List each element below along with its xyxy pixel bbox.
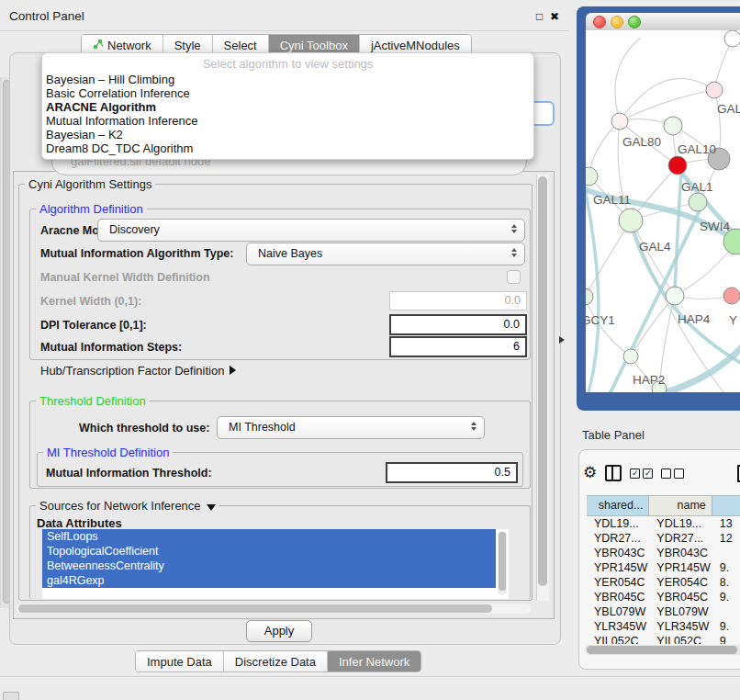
attributes-list-scrollbar[interactable] (498, 531, 507, 595)
network-node-gcy1[interactable] (586, 288, 593, 305)
column-header-name[interactable]: name (649, 496, 712, 515)
bottom-tab-infer-network[interactable]: Infer Network (328, 651, 420, 672)
table-cell: 9 (712, 634, 740, 644)
attribute-item-betweennesscentrality[interactable]: BetweennessCentrality (42, 559, 496, 573)
mi-threshold-field[interactable]: 0.5 (386, 462, 518, 483)
titlebar-divider (0, 30, 569, 31)
table-row[interactable]: YER054CYER054C8. (587, 575, 740, 590)
network-node-hap2[interactable] (623, 349, 638, 364)
table-cell: YLR345W (587, 619, 649, 634)
dpi-tolerance-field[interactable]: 0.0 (389, 314, 527, 335)
network-window-titlebar[interactable] (586, 13, 740, 31)
bottom-tab-impute-data-label: Impute Data (147, 655, 212, 669)
algorithm-item-dream8-dc-tdc-algorithm[interactable]: Dream8 DC_TDC Algorithm (46, 141, 523, 155)
close-traffic-light-icon[interactable] (593, 16, 606, 28)
sources-title: Sources for Network Inference (39, 499, 201, 513)
network-canvas[interactable]: GALGAL80GAL10GAL1GAL11SWI4GAL4GCY1HAP4YH… (586, 30, 740, 392)
network-node-gal4[interactable] (619, 209, 643, 232)
aracne-mode-value: Discovery (109, 223, 160, 236)
network-edge[interactable] (615, 38, 641, 121)
minimize-traffic-light-icon[interactable] (611, 16, 623, 28)
column-header-2[interactable] (712, 496, 740, 515)
network-edge-highlighted[interactable] (675, 170, 681, 294)
table-row[interactable]: YLR345WYLR345W9. (587, 619, 740, 634)
table-row[interactable]: YBR043CYBR043C (587, 546, 740, 560)
table-panel-title: Table Panel (582, 428, 645, 442)
network-node-gal1[interactable] (668, 156, 687, 175)
hub-expander[interactable]: Hub/Transcription Factor Definition (40, 364, 236, 378)
attribute-item-gal4rgexp[interactable]: gal4RGexp (42, 573, 496, 588)
table-panel: ⚙ ✓✓ shared...name YDL19...YDL19...13YDR… (578, 449, 740, 670)
screen: Control Panel □ ✖ NetworkStyleSelectCyni… (0, 0, 740, 700)
network-node-gal11[interactable] (586, 167, 598, 186)
mouse-cursor (559, 336, 565, 344)
attribute-item-selfloops[interactable]: SelfLoops (42, 529, 496, 544)
mi-steps-label: Mutual Information Steps: (40, 341, 182, 354)
column-chooser-icon[interactable] (605, 465, 622, 481)
mi-algorithm-type-combobox[interactable]: Naive Bayes (246, 243, 525, 265)
data-attributes-label: Data Attributes (37, 516, 122, 530)
sources-expander[interactable]: Sources for Network Inference (36, 499, 219, 513)
algorithm-item-basic-correlation-inference[interactable]: Basic Correlation Inference (46, 86, 523, 100)
network-node-gal[interactable] (706, 82, 723, 98)
algorithm-item-bayesian-hill-climbing[interactable]: Bayesian – Hill Climbing (46, 73, 523, 86)
mi-threshold-group-title: MI Threshold Definition (43, 446, 173, 459)
algorithm-item-aracne-algorithm[interactable]: ARACNE Algorithm (46, 100, 523, 114)
settings-gear-icon[interactable]: ⚙ (583, 464, 597, 482)
table-cell: 13 (712, 516, 740, 531)
bottom-tab-impute-data[interactable]: Impute Data (136, 651, 224, 672)
network-node-hap4[interactable] (666, 287, 684, 305)
node-table[interactable]: shared...name YDL19...YDL19...13YDR27...… (587, 495, 740, 644)
table-cell (712, 546, 740, 560)
attribute-item-topologicalcoefficient[interactable]: TopologicalCoefficient (42, 544, 496, 559)
tab-style-label: Style (174, 39, 201, 52)
table-row[interactable]: YDR27...YDR27...12 (587, 531, 740, 546)
table-cell: YIL052C (587, 634, 649, 644)
network-node-label: Y (729, 313, 737, 327)
table-row[interactable]: YBL079WYBL079W (587, 604, 740, 619)
network-edge[interactable] (620, 90, 714, 121)
algorithm-item-bayesian-k2[interactable]: Bayesian – K2 (46, 128, 523, 141)
deselect-all-icon[interactable] (661, 469, 684, 479)
expander-expanded-icon (207, 504, 216, 511)
zoom-traffic-light-icon[interactable] (628, 16, 641, 28)
settings-vertical-scrollbar[interactable] (536, 175, 549, 601)
manual-kernel-checkbox[interactable] (507, 270, 521, 284)
dpi-tolerance-label: DPI Tolerance [0,1]: (40, 319, 147, 332)
table-horizontal-scrollbar[interactable] (585, 645, 740, 655)
algorithm-definition-title: Algorithm Definition (36, 202, 147, 216)
table-cell (712, 604, 740, 619)
aracne-mode-combobox[interactable]: Discovery (97, 219, 525, 242)
network-node[interactable] (724, 30, 740, 47)
select-all-icon[interactable]: ✓✓ (630, 469, 653, 479)
network-node-swi4[interactable] (689, 193, 707, 211)
which-threshold-value: MI Threshold (229, 421, 296, 434)
mi-steps-field[interactable]: 6 (389, 336, 527, 357)
network-node-gal80[interactable] (611, 113, 628, 130)
control-panel-title: Control Panel (9, 9, 84, 23)
table-cell: YDR27... (649, 531, 712, 546)
network-node-label: GAL80 (622, 135, 661, 149)
close-window-button[interactable]: ✖ (550, 10, 559, 23)
apply-button[interactable]: Apply (246, 620, 312, 642)
algorithm-item-mutual-information-inference[interactable]: Mutual Information Inference (46, 114, 523, 128)
table-row[interactable]: YIL052CYIL052C9 (587, 634, 740, 644)
data-attributes-list[interactable]: SelfLoopsTopologicalCoefficientBetweenne… (42, 529, 509, 599)
network-node-gal10[interactable] (664, 117, 682, 135)
table-row[interactable]: YPR145WYPR145W9. (587, 560, 740, 575)
algorithm-dropdown-popup: Select algorithm to view settings Bayesi… (41, 52, 534, 160)
float-window-button[interactable]: □ (536, 10, 543, 23)
corner-grip-button[interactable] (3, 692, 19, 700)
network-node-y[interactable] (723, 288, 740, 304)
bottom-tab-discretize-data[interactable]: Discretize Data (224, 651, 328, 672)
bottom-tab-discretize-data-label: Discretize Data (235, 655, 316, 669)
table-cell: YER054C (587, 575, 649, 590)
settings-horizontal-scrollbar[interactable] (17, 604, 531, 614)
hub-expander-label: Hub/Transcription Factor Definition (40, 364, 224, 378)
table-cell: YBR045C (587, 590, 649, 604)
network-edge[interactable] (631, 220, 675, 296)
table-row[interactable]: YDL19...YDL19...13 (587, 516, 740, 531)
column-header-shared[interactable]: shared... (587, 496, 649, 515)
table-row[interactable]: YBR045CYBR045C9. (587, 590, 740, 604)
which-threshold-combobox[interactable]: MI Threshold (217, 416, 485, 439)
